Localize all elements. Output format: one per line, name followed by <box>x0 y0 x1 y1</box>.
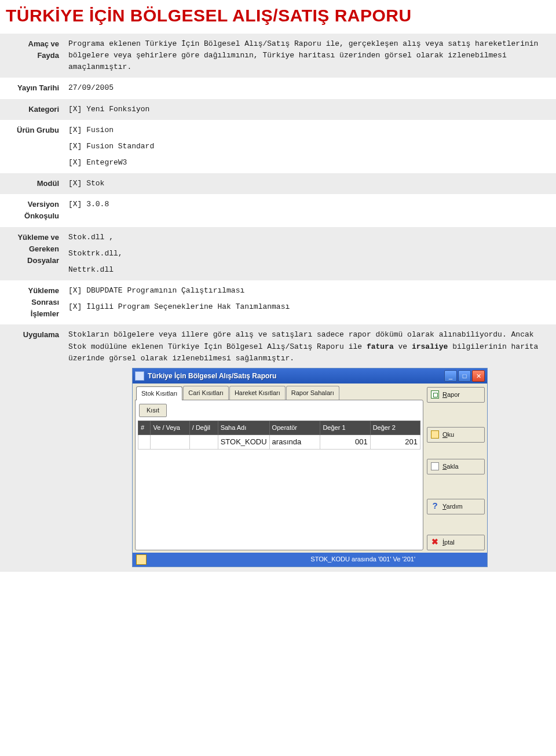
close-button[interactable]: ✕ <box>472 370 485 382</box>
value-uygulama: Stokların bölgelere veya illere göre alı… <box>64 324 556 571</box>
row-amac: Amaç ve Fayda Programa eklenen Türkiye İ… <box>0 34 556 78</box>
uygulama-bold1: fatura <box>367 342 394 351</box>
label-modul: Modül <box>0 173 64 194</box>
crit-h-d1[interactable]: Değer 1 <box>320 421 370 434</box>
crit-c-d1[interactable]: 001 <box>320 434 370 449</box>
crit-h-d2[interactable]: Değer 2 <box>370 421 420 434</box>
open-icon <box>431 430 439 439</box>
row-versiyon: Versiyon Önkoşulu [X] 3.0.8 <box>0 194 556 227</box>
crit-c-d2[interactable]: 201 <box>370 434 420 449</box>
row-dosyalar: Yükleme ve Gereken Dosyalar Stok.dll , S… <box>0 227 556 280</box>
status-icon <box>136 554 147 565</box>
oku-button[interactable]: Oku <box>427 427 485 443</box>
tab-cari-kisitlari[interactable]: Cari Kısıtları <box>183 386 229 400</box>
crit-c-veveya[interactable] <box>151 434 189 449</box>
criteria-row-0[interactable]: STOK_KODU arasında 001 201 <box>138 434 420 449</box>
help-icon: ? <box>431 502 439 510</box>
app-icon <box>135 371 144 381</box>
crit-h-degil[interactable]: / Değil <box>189 421 218 434</box>
label-uygulama: Uygulama <box>0 324 64 571</box>
crit-h-veveya[interactable]: Ve / Veya <box>151 421 189 434</box>
value-sonrasi: [X] DBUPDATE Programının Çalıştırılması … <box>64 280 556 324</box>
tab-stok-kisitlari[interactable]: Stok Kısıtları <box>136 386 182 400</box>
row-kategori: Kategori [X] Yeni Fonksiyon <box>0 99 556 120</box>
iptal-button[interactable]: ✖ İptal <box>427 535 485 550</box>
row-yayin: Yayın Tarihi 27/09/2005 <box>0 78 556 98</box>
dosya-line-2: Nettrk.dll <box>68 264 551 276</box>
row-sonrasi: Yükleme Sonrası İşlemler [X] DBUPDATE Pr… <box>0 280 556 324</box>
label-kategori: Kategori <box>0 99 64 120</box>
label-urun: Ürün Grubu <box>0 120 64 173</box>
cancel-icon: ✖ <box>431 538 439 546</box>
value-versiyon: [X] 3.0.8 <box>64 194 556 227</box>
uygulama-mid: ve <box>394 342 412 351</box>
dosya-line-0: Stok.dll , <box>68 232 551 243</box>
status-bar: STOK_KODU arasında '001' Ve '201' <box>133 553 487 567</box>
crit-h-num[interactable]: # <box>138 421 151 434</box>
label-sonrasi: Yükleme Sonrası İşlemler <box>0 280 64 324</box>
sakla-button[interactable]: Sakla <box>427 459 485 474</box>
label-versiyon: Versiyon Önkoşulu <box>0 194 64 227</box>
dosya-line-1: Stoktrk.dll, <box>68 248 551 260</box>
value-yayin: 27/09/2005 <box>64 78 556 98</box>
left-pane: Stok Kısıtları Cari Kısıtları Hareket Kı… <box>135 386 423 550</box>
criteria-header-row: # Ve / Veya / Değil Saha Adı Operatör De… <box>138 421 420 434</box>
urun-line-1: [X] Fusion Standard <box>68 141 551 152</box>
criteria-table: # Ve / Veya / Değil Saha Adı Operatör De… <box>138 421 420 450</box>
page-title: TÜRKİYE İÇİN BÖLGESEL ALIŞ/SATIŞ RAPORU <box>0 0 556 34</box>
status-text: STOK_KODU arasında '001' Ve '201' <box>310 554 415 564</box>
crit-h-saha[interactable]: Saha Adı <box>218 421 269 434</box>
sonrasi-line-1: [X] İlgili Program Seçeneklerine Hak Tan… <box>68 301 551 313</box>
yardim-label-rest: ardım <box>447 503 463 510</box>
yardim-button[interactable]: ? Yardım <box>427 499 485 514</box>
urun-line-2: [X] EntegreW3 <box>68 157 551 169</box>
row-modul: Modül [X] Stok <box>0 173 556 194</box>
crit-c-degil[interactable] <box>189 434 218 449</box>
tab-hareket-kisitlari[interactable]: Hareket Kısıtları <box>229 386 286 400</box>
crit-c-num[interactable] <box>138 434 151 449</box>
value-amac: Programa eklenen Türkiye İçin Bölgesel A… <box>64 34 556 78</box>
report-icon <box>431 390 439 399</box>
tab-rapor-sahalari[interactable]: Rapor Sahaları <box>286 386 339 400</box>
app-window: Türkiye İçin Bölgesel Alış/Satış Raporu … <box>132 368 488 567</box>
row-uygulama: Uygulama Stokların bölgelere veya illere… <box>0 324 556 571</box>
sonrasi-line-0: [X] DBUPDATE Programının Çalıştırılması <box>68 285 551 297</box>
rapor-label-rest: apor <box>447 391 460 398</box>
oku-label-rest: ku <box>448 431 455 438</box>
label-dosyalar: Yükleme ve Gereken Dosyalar <box>0 227 64 280</box>
crit-c-op[interactable]: arasında <box>269 434 320 449</box>
value-urun: [X] Fusion [X] Fusion Standard [X] Enteg… <box>64 120 556 173</box>
uygulama-bold2: irsaliye <box>412 342 448 351</box>
window-title: Türkiye İçin Bölgesel Alış/Satış Raporu <box>148 371 443 382</box>
sakla-label-rest: akla <box>447 463 458 470</box>
tab-panel: Kısıt # Ve / Veya / Değil Saha Adı Opera… <box>135 400 423 550</box>
save-icon <box>431 462 439 470</box>
maximize-button[interactable]: □ <box>458 370 471 382</box>
side-buttons: Rapor Oku Sakla <box>427 386 485 550</box>
crit-h-op[interactable]: Operatör <box>269 421 320 434</box>
rapor-button[interactable]: Rapor <box>427 387 485 403</box>
minimize-button[interactable]: _ <box>444 370 457 382</box>
info-table: Amaç ve Fayda Programa eklenen Türkiye İ… <box>0 34 556 572</box>
label-yayin: Yayın Tarihi <box>0 78 64 98</box>
value-dosyalar: Stok.dll , Stoktrk.dll, Nettrk.dll <box>64 227 556 280</box>
label-amac: Amaç ve Fayda <box>0 34 64 78</box>
urun-line-0: [X] Fusion <box>68 125 551 136</box>
window-body: Stok Kısıtları Cari Kısıtları Hareket Kı… <box>133 384 487 553</box>
iptal-label-rest: ptal <box>444 539 455 546</box>
crit-c-saha[interactable]: STOK_KODU <box>218 434 269 449</box>
row-urun: Ürün Grubu [X] Fusion [X] Fusion Standar… <box>0 120 556 173</box>
titlebar[interactable]: Türkiye İçin Bölgesel Alış/Satış Raporu … <box>133 368 487 384</box>
tabs: Stok Kısıtları Cari Kısıtları Hareket Kı… <box>135 386 423 400</box>
value-kategori: [X] Yeni Fonksiyon <box>64 99 556 120</box>
kisit-button[interactable]: Kısıt <box>139 404 167 417</box>
value-modul: [X] Stok <box>64 173 556 194</box>
